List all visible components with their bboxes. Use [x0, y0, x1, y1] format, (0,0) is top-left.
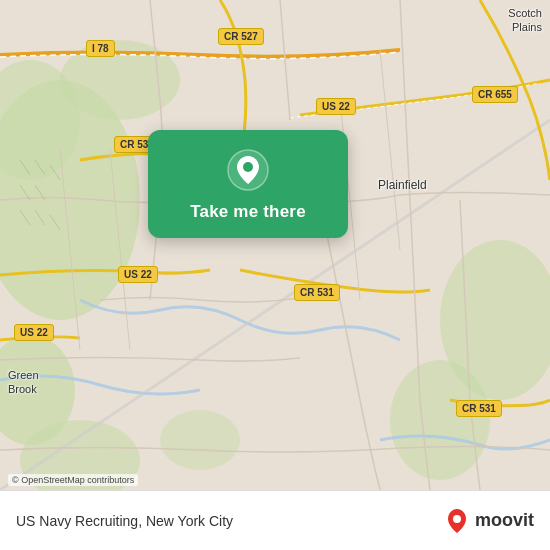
- svg-point-21: [453, 515, 461, 523]
- moovit-logo: moovit: [443, 507, 534, 535]
- road-us22-bot: US 22: [14, 324, 54, 341]
- take-me-there-button[interactable]: Take me there: [190, 202, 306, 222]
- svg-point-20: [243, 162, 253, 172]
- osm-attribution: © OpenStreetMap contributors: [8, 474, 138, 486]
- road-us22-mid: US 22: [118, 266, 158, 283]
- road-cr531-bot: CR 531: [456, 400, 502, 417]
- location-title: US Navy Recruiting, New York City: [16, 513, 233, 529]
- road-i78: I 78: [86, 40, 115, 57]
- road-cr531-mid: CR 531: [294, 284, 340, 301]
- scotch-plains-label: Scotch Plains: [508, 6, 542, 35]
- bottom-bar: US Navy Recruiting, New York City moovit: [0, 490, 550, 550]
- map-container: Scotch Plains Plainfield GreenBrook I 78…: [0, 0, 550, 490]
- moovit-icon: [443, 507, 471, 535]
- road-cr527: CR 527: [218, 28, 264, 45]
- green-brook-label: GreenBrook: [8, 368, 39, 397]
- moovit-label: moovit: [475, 510, 534, 531]
- plainfield-label: Plainfield: [378, 178, 427, 192]
- take-me-there-popup[interactable]: Take me there: [148, 130, 348, 238]
- svg-point-8: [160, 410, 240, 470]
- location-pin-icon: [226, 148, 270, 192]
- road-us22-top: US 22: [316, 98, 356, 115]
- svg-point-5: [390, 360, 490, 480]
- road-cr655: CR 655: [472, 86, 518, 103]
